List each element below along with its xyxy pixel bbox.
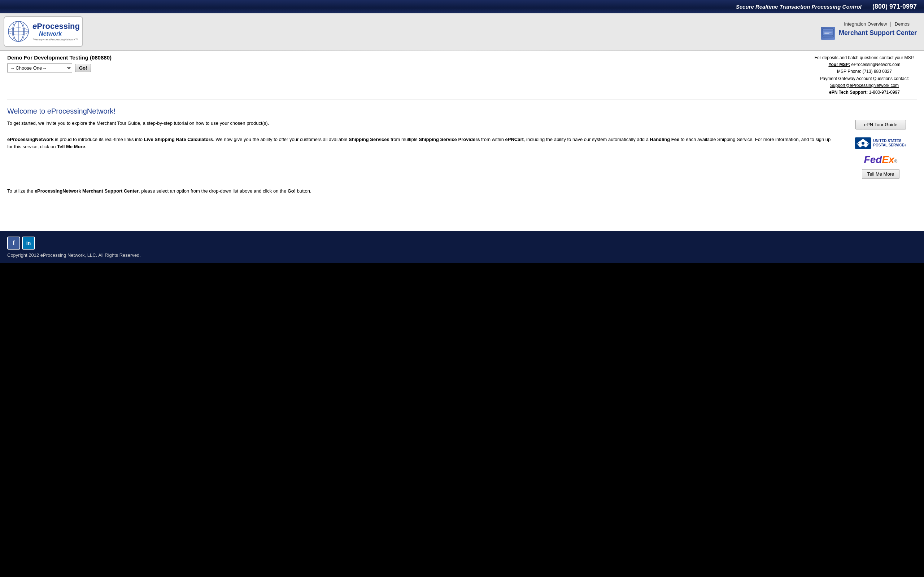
spacer: [0, 198, 924, 213]
merchant-support-title: Merchant Support Center: [839, 29, 917, 37]
fedex-ex: Ex: [882, 154, 894, 165]
gateway-email[interactable]: Support@eProcessingNetwork.com: [830, 83, 899, 88]
msp-label: Your MSP:: [828, 62, 850, 67]
msp-phone: (713) 880 0327: [863, 69, 892, 74]
top-banner: Secure Realtime Transaction Processing C…: [0, 0, 924, 13]
welcome-left: To get started, we invite you to explore…: [7, 120, 837, 132]
shipping-logos-area: UNITED STATESPOSTAL SERVICE® FedEx® Tell…: [845, 136, 917, 179]
fedex-reg: ®: [894, 159, 898, 164]
logo-icon: [7, 20, 30, 43]
logo-tagline: ™everywhereProcessingNetwork™: [32, 38, 80, 41]
usps-eagle-icon: [855, 137, 871, 149]
usps-logo: UNITED STATESPOSTAL SERVICE®: [852, 136, 909, 150]
epn-brand: eProcessingNetwork: [7, 137, 54, 142]
tell-me-more-text: Tell Me More: [57, 144, 85, 149]
bottom-text-5: button.: [296, 188, 311, 193]
logo-box: eProcessing Network ™everywhereProcessin…: [3, 16, 83, 47]
bottom-text-3: , please select an option from the drop-…: [139, 188, 288, 193]
shipping-text-4: . We now give you the ability to offer y…: [213, 137, 349, 142]
nav-separator: |: [890, 21, 893, 27]
bottom-black-area: [0, 263, 924, 335]
fedex-logo: FedEx®: [862, 153, 900, 166]
copyright-text: Copyright 2012 eProcessing Network, LLC.…: [7, 253, 917, 258]
handling-fee: Handling Fee: [650, 137, 680, 142]
welcome-content-row: To get started, we invite you to explore…: [7, 120, 917, 132]
phone-number: (800) 971-0997: [872, 3, 917, 10]
shipping-text-10: , including the ability to have our syst…: [524, 137, 650, 142]
bottom-text-1: To utilize the: [7, 188, 35, 193]
welcome-intro: To get started, we invite you to explore…: [7, 120, 837, 127]
header-area: eProcessing Network ™everywhereProcessin…: [0, 13, 924, 50]
bottom-paragraph: To utilize the eProcessingNetwork Mercha…: [7, 183, 917, 195]
msp-value: eProcessingNetwork.com: [851, 62, 901, 67]
shipping-text-8: from within: [480, 137, 505, 142]
go-button[interactable]: Go!: [75, 64, 91, 72]
left-section: Demo For Development Testing (080880) --…: [7, 55, 809, 96]
shipping-period: .: [85, 144, 87, 149]
epn-tour-button[interactable]: ePN Tour Guide: [855, 120, 906, 129]
gateway-label: Payment Gateway Account Questions contac…: [812, 76, 917, 82]
tech-label: ePN Tech Support:: [829, 90, 868, 95]
demos-link[interactable]: Demos: [895, 21, 909, 27]
social-icons: f in: [7, 237, 917, 250]
welcome-title: Welcome to eProcessingNetwork!: [7, 107, 917, 115]
tell-me-more-button[interactable]: Tell Me More: [862, 169, 900, 179]
welcome-right: ePN Tour Guide: [845, 120, 917, 132]
epncart: ePNCart: [505, 137, 524, 142]
footer: f in Copyright 2012 eProcessing Network,…: [0, 231, 924, 263]
integration-overview-link[interactable]: Integration Overview: [844, 21, 887, 27]
logo-processing: Processing: [37, 22, 80, 31]
tagline: Secure Realtime Transaction Processing C…: [736, 3, 861, 10]
shipping-text-area: eProcessingNetwork is proud to introduce…: [7, 136, 837, 179]
svg-point-12: [861, 142, 864, 145]
live-shipping: Live Shipping Rate Calculators: [144, 137, 213, 142]
bottom-go: Go!: [288, 188, 296, 193]
content-wrapper: Demo For Development Testing (080880) --…: [0, 51, 924, 231]
shipping-providers: Shipping Service Providers: [419, 137, 480, 142]
welcome-section: Welcome to eProcessingNetwork! To get st…: [0, 100, 924, 198]
right-section: For deposits and batch questions contact…: [809, 55, 917, 96]
linkedin-icon[interactable]: in: [22, 237, 35, 250]
fedex-fe: Fed: [864, 154, 882, 165]
shipping-paragraph: eProcessingNetwork is proud to introduce…: [7, 136, 837, 151]
main-content-top: Demo For Development Testing (080880) --…: [0, 51, 924, 100]
support-icon: [821, 27, 835, 40]
merchant-support-header: Merchant Support Center: [821, 27, 917, 40]
logo-network: Network: [39, 31, 80, 37]
support-info: For deposits and batch questions contact…: [812, 55, 917, 96]
shipping-text-2: is proud to introduce its real-time link…: [54, 137, 144, 142]
shipping-services: Shipping Services: [349, 137, 389, 142]
demo-title: Demo For Development Testing (080880): [7, 55, 801, 61]
choose-one-select[interactable]: -- Choose One --: [7, 63, 72, 73]
svg-rect-8: [824, 32, 832, 32]
facebook-icon[interactable]: f: [7, 237, 20, 250]
deposit-note: For deposits and batch questions contact…: [812, 55, 917, 61]
dropdown-row: -- Choose One -- Go!: [7, 63, 801, 73]
msp-phone-label: MSP Phone:: [837, 69, 861, 74]
svg-rect-9: [824, 33, 829, 34]
shipping-content-row: eProcessingNetwork is proud to introduce…: [7, 136, 917, 179]
nav-links: Integration Overview | Demos: [844, 21, 917, 27]
logo-e: e: [32, 22, 37, 31]
usps-text: UNITED STATESPOSTAL SERVICE®: [873, 139, 906, 148]
tech-phone: 1-800-971-0997: [869, 90, 900, 95]
shipping-text-6: from multiple: [389, 137, 419, 142]
bottom-epn-support: eProcessingNetwork Merchant Support Cent…: [35, 188, 139, 193]
